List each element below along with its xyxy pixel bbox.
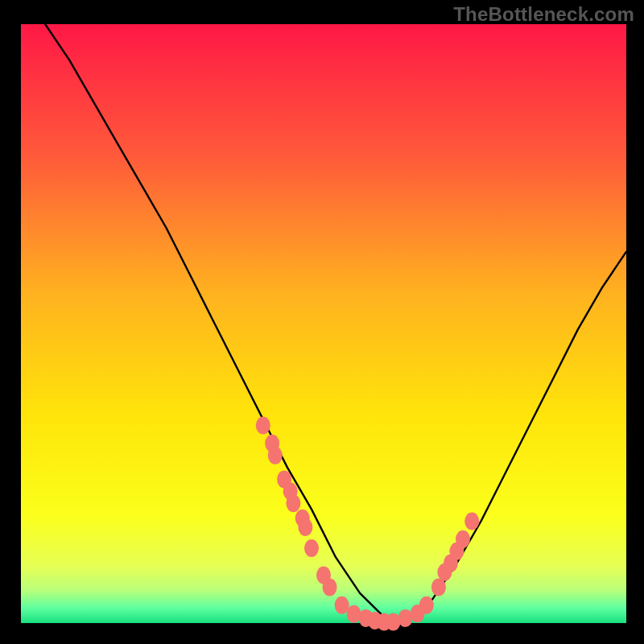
watermark-text: TheBottleneck.com: [453, 3, 634, 26]
svg-point-20: [419, 597, 434, 614]
svg-point-1: [256, 417, 270, 435]
svg-point-17: [386, 613, 401, 631]
svg-point-25: [456, 530, 470, 548]
svg-point-11: [323, 578, 337, 596]
svg-point-26: [464, 513, 479, 530]
svg-point-9: [304, 539, 319, 557]
chart-stage: TheBottleneck.com: [0, 0, 644, 644]
svg-point-6: [286, 494, 300, 512]
svg-point-8: [298, 518, 312, 536]
bottleneck-plot: [0, 0, 644, 644]
svg-point-3: [268, 447, 283, 464]
svg-point-12: [335, 597, 349, 614]
